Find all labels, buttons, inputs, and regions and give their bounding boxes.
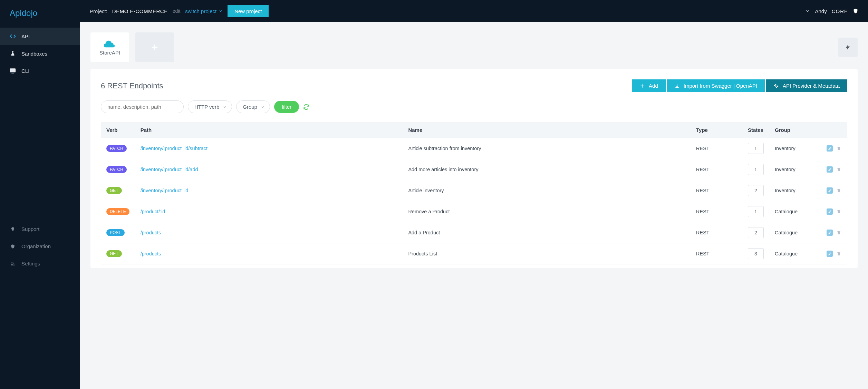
endpoint-group: Inventory — [769, 138, 821, 159]
edit-row-button[interactable] — [827, 230, 833, 236]
api-tiles-row: StoreAPI — [90, 32, 858, 62]
endpoint-type: REST — [691, 243, 742, 264]
sidebar-item-label: Organization — [21, 243, 51, 249]
sidebar-item-label: Support — [21, 226, 40, 232]
table-row: PATCH/inventory/:product_id/addAdd more … — [101, 159, 847, 180]
endpoint-path-link[interactable]: /inventory/:product_id/add — [141, 167, 198, 172]
switch-project-label: switch project — [185, 8, 216, 14]
delete-row-button[interactable] — [836, 145, 842, 152]
monitor-icon — [10, 68, 16, 74]
delete-row-button[interactable] — [836, 208, 842, 215]
sidebar-item-label: API — [21, 33, 30, 39]
plan-badge: CORE — [832, 8, 848, 14]
user-name[interactable]: Andy — [815, 8, 827, 14]
states-count[interactable]: 2 — [748, 227, 764, 238]
verb-badge: PATCH — [106, 166, 127, 173]
sidebar-item-label: Settings — [21, 261, 40, 266]
endpoint-type: REST — [691, 222, 742, 243]
edit-row-button[interactable] — [827, 251, 833, 257]
states-count[interactable]: 1 — [748, 206, 764, 217]
flask-icon — [10, 50, 16, 57]
trash-icon — [837, 251, 841, 256]
endpoint-group: Catalogue — [769, 201, 821, 222]
chevron-down-icon — [223, 105, 227, 109]
primary-nav: APISandboxesCLI — [0, 28, 80, 196]
add-api-tile[interactable] — [135, 32, 174, 62]
lightbulb-icon — [10, 226, 16, 232]
project-name: DEMO E-COMMERCE — [112, 8, 168, 14]
group-select-label: Group — [243, 104, 257, 110]
endpoints-panel: 6 REST Endpoints Add Import — [90, 69, 858, 268]
col-verb: Verb — [101, 122, 135, 138]
endpoint-path-link[interactable]: /product/:id — [141, 209, 165, 214]
new-project-button[interactable]: New project — [228, 5, 269, 17]
import-swagger-button[interactable]: Import from Swagger | OpenAPI — [667, 79, 765, 92]
api-metadata-button[interactable]: API Provider & Metadata — [766, 79, 847, 92]
endpoint-group: Catalogue — [769, 222, 821, 243]
shield-icon[interactable] — [853, 8, 858, 14]
trash-icon — [837, 230, 841, 235]
sidebar-item-organization[interactable]: Organization — [0, 238, 80, 255]
delete-row-button[interactable] — [836, 230, 842, 236]
chevron-down-icon — [219, 9, 223, 13]
sidebar-item-label: Sandboxes — [21, 51, 47, 57]
states-count[interactable]: 1 — [748, 164, 764, 175]
add-endpoint-button[interactable]: Add — [632, 79, 666, 92]
endpoint-type: REST — [691, 138, 742, 159]
endpoint-name: Add more articles into inventory — [403, 159, 691, 180]
edit-row-button[interactable] — [827, 166, 833, 173]
trash-icon — [837, 209, 841, 214]
endpoint-path-link[interactable]: /products — [141, 230, 161, 235]
shield-icon — [10, 243, 16, 250]
col-states: States — [742, 122, 769, 138]
sidebar-item-settings[interactable]: Settings — [0, 255, 80, 272]
search-input[interactable] — [101, 100, 184, 113]
panel-title: 6 REST Endpoints — [101, 81, 163, 90]
http-verb-select[interactable]: HTTP verb — [188, 100, 232, 113]
edit-row-button[interactable] — [827, 187, 833, 194]
verb-badge: POST — [106, 229, 125, 236]
group-select[interactable]: Group — [236, 100, 270, 113]
delete-row-button[interactable] — [836, 251, 842, 257]
sidebar-item-sandboxes[interactable]: Sandboxes — [0, 45, 80, 62]
states-count[interactable]: 1 — [748, 143, 764, 154]
endpoint-path-link[interactable]: /inventory/:product_id — [141, 188, 189, 193]
pencil-icon — [828, 189, 832, 193]
states-count[interactable]: 2 — [748, 185, 764, 196]
table-row: GET/productsProducts ListREST3Catalogue — [101, 243, 847, 264]
refresh-button[interactable] — [303, 104, 309, 110]
endpoint-name: Article subtraction from inventory — [403, 138, 691, 159]
col-actions — [821, 122, 847, 138]
endpoint-type: REST — [691, 159, 742, 180]
code-icon — [10, 33, 16, 39]
endpoint-group: Inventory — [769, 159, 821, 180]
svg-point-2 — [11, 262, 13, 263]
switch-project-link[interactable]: switch project — [185, 8, 223, 14]
metadata-button-label: API Provider & Metadata — [783, 83, 840, 89]
table-row: GET/inventory/:product_idArticle invento… — [101, 180, 847, 201]
sidebar-item-support[interactable]: Support — [0, 221, 80, 238]
edit-row-button[interactable] — [827, 145, 833, 152]
secondary-nav: SupportOrganizationSettings — [0, 221, 80, 389]
chevron-down-icon[interactable] — [805, 9, 810, 13]
sidebar-item-cli[interactable]: CLI — [0, 62, 80, 79]
brand-logo[interactable]: Apidojo — [0, 0, 80, 28]
sidebar-item-api[interactable]: API — [0, 28, 80, 45]
trash-icon — [837, 188, 841, 193]
bolt-button[interactable] — [838, 38, 858, 57]
api-tile-storeapi[interactable]: StoreAPI — [90, 32, 129, 62]
sidebar: Apidojo APISandboxesCLI SupportOrganizat… — [0, 0, 80, 389]
edit-row-button[interactable] — [827, 208, 833, 215]
edit-project-link[interactable]: edit — [173, 8, 181, 14]
endpoint-path-link[interactable]: /inventory/:product_id/subtract — [141, 146, 208, 151]
filter-button[interactable]: filter — [274, 101, 299, 113]
refresh-icon — [303, 104, 309, 110]
col-type: Type — [691, 122, 742, 138]
delete-row-button[interactable] — [836, 187, 842, 194]
endpoint-path-link[interactable]: /products — [141, 251, 161, 256]
users-icon — [10, 261, 16, 267]
states-count[interactable]: 3 — [748, 248, 764, 259]
gear-icon — [774, 84, 779, 88]
add-button-label: Add — [649, 83, 658, 89]
delete-row-button[interactable] — [836, 166, 842, 173]
